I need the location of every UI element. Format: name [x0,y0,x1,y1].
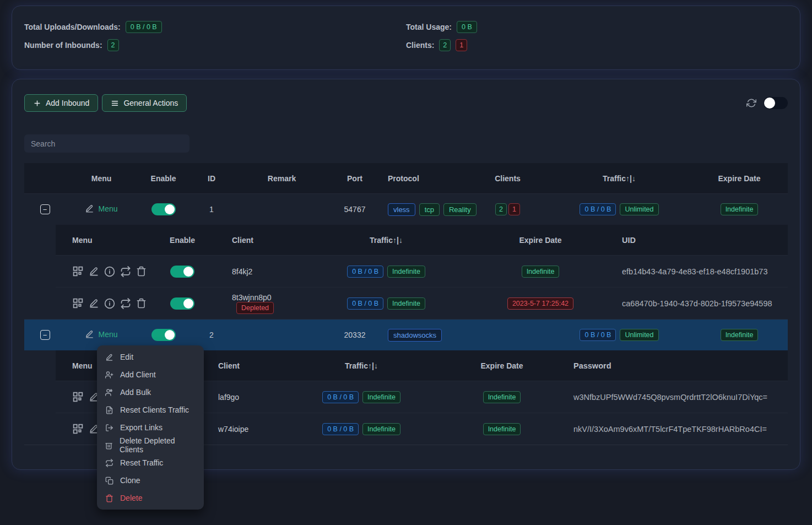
search-input[interactable] [24,134,190,153]
refresh-icon[interactable] [746,98,756,108]
number-of-inbounds-label: Number of Inbounds: [24,41,102,50]
context-menu-delete[interactable]: Delete [97,489,204,507]
add-inbound-label: Add Inbound [46,99,89,107]
client-traffic: 0 B / 0 B Indefinite [293,391,430,403]
context-menu-add-client[interactable]: Add Client [97,366,204,383]
inbound-clients: 2 1 [468,203,548,215]
client-header-password: Password [573,361,788,370]
client-table-header: Menu Enable Client Traffic↑|↓ Expire Dat… [56,225,788,255]
client-name: 8f4kj2 [213,267,309,276]
clients-active-count: 2 [439,39,451,51]
general-actions-label: General Actions [123,99,178,107]
inbound-menu-label: Menu [98,204,117,213]
client-row: 8f4kj2 0 B / 0 B Indefinite Indefinite e… [56,255,788,287]
inbound-enable-toggle[interactable] [151,329,176,341]
header-id: ID [190,174,234,183]
inbound-menu-button[interactable]: Menu [85,204,117,213]
context-menu-label: Export Links [120,423,163,432]
qr-code-icon[interactable] [72,266,84,277]
header-protocol: Protocol [380,174,468,183]
inbound-context-menu: Edit Add Client Add Bulk Reset Clients T… [97,345,204,510]
trash-icon[interactable] [136,298,147,308]
traffic-badge: 0 B / 0 B [580,329,616,341]
context-menu-edit[interactable]: Edit [97,348,204,366]
traffic-limit-badge: Unlimited [620,203,658,215]
client-header-client: Client [213,236,309,245]
header-expire-date: Expire Date [691,174,788,183]
total-usage-value: 0 B [457,21,477,33]
edit-icon[interactable] [89,298,99,308]
context-menu-reset-clients-traffic[interactable]: Reset Clients Traffic [97,401,204,419]
clients-total-badge: 2 [495,203,507,215]
client-header-client: Client [204,361,293,370]
inbound-row-1: − Menu 1 54767 vless tcp Reality 2 1 [24,193,788,225]
edit-icon [85,329,94,339]
client-name: 8t3wjnn8p0 [232,293,272,302]
trash-icon[interactable] [136,266,147,277]
theme-toggle[interactable] [764,97,788,109]
collapse-row-button[interactable]: − [40,330,50,340]
reset-traffic-icon[interactable] [120,298,131,309]
client-header-expire: Expire Date [463,236,618,245]
traffic-badge: 0 B / 0 B [322,423,359,435]
client-password: nkV/I/3XoAm9v6xMT/T5lcrF4TpeTKF98rHARbRo… [573,425,788,434]
reset-traffic-icon[interactable] [120,266,131,277]
add-inbound-button[interactable]: Add Inbound [24,94,98,112]
plus-icon [33,99,41,107]
context-menu-export-links[interactable]: Export Links [97,419,204,436]
client-header-traffic[interactable]: Traffic↑|↓ [293,361,430,370]
context-menu-label: Add Bulk [120,388,151,397]
total-uploads-downloads-label: Total Uploads/Downloads: [24,23,121,31]
reset-clients-traffic-icon [105,406,113,414]
add-client-icon [105,371,113,379]
client-header-menu: Menu [56,236,152,245]
context-menu-reset-traffic[interactable]: Reset Traffic [97,454,204,472]
qr-code-icon[interactable] [72,297,84,309]
duration-badge: Indefinite [387,297,425,310]
client-header-traffic[interactable]: Traffic↑|↓ [309,236,463,245]
collapse-row-button[interactable]: − [40,204,50,214]
info-icon[interactable] [104,298,115,309]
expire-badge: Indefinite [483,423,521,435]
client-enable-toggle[interactable] [170,266,194,278]
qr-code-icon[interactable] [72,391,84,403]
menu-lines-icon [111,99,119,107]
client-name-cell: 8t3wjnn8p0 Depleted [213,293,309,314]
context-menu-add-bulk[interactable]: Add Bulk [97,383,204,401]
header-port: Port [330,174,380,183]
client-name: w74ioipe [204,425,293,434]
protocol-tag: vless [388,203,415,216]
inbound-protocols: shadowsocks [380,329,468,342]
header-remark: Remark [234,174,330,183]
context-menu-label: Reset Clients Traffic [120,405,189,414]
edit-icon[interactable] [89,266,99,277]
client-header-expire: Expire Date [430,361,573,370]
clients-depleted-badge: 1 [508,203,520,215]
general-actions-button[interactable]: General Actions [102,94,187,112]
traffic-badge: 0 B / 0 B [347,266,383,278]
number-of-inbounds-value: 2 [107,39,119,51]
inbound-menu-button[interactable]: Menu [85,329,117,339]
context-menu-delete-depleted-clients[interactable]: Delete Depleted Clients [97,436,204,454]
reset-traffic-icon [105,459,113,467]
qr-code-icon[interactable] [72,423,84,435]
depleted-badge: Depleted [236,302,274,314]
client-enable-toggle[interactable] [170,297,194,310]
context-menu-label: Edit [120,353,133,361]
toolbar: Add Inbound General Actions [24,94,788,112]
context-menu-label: Clone [120,476,140,485]
context-menu-clone[interactable]: Clone [97,472,204,489]
inbound-enable-toggle[interactable] [151,203,176,215]
expire-badge: 2023-5-7 17:25:42 [507,297,573,310]
export-links-icon [105,424,113,432]
client-name: laf9go [204,393,293,402]
inbound-traffic: 0 B / 0 B Unlimited [548,203,691,215]
clients-label: Clients: [406,41,434,50]
expire-badge: Indefinite [522,266,560,278]
duration-badge: Indefinite [362,391,400,403]
header-traffic[interactable]: Traffic↑|↓ [548,174,691,183]
info-icon[interactable] [104,266,115,277]
inbound-protocols: vless tcp Reality [380,203,468,216]
duration-badge: Indefinite [362,423,400,435]
clone-icon [105,477,113,485]
